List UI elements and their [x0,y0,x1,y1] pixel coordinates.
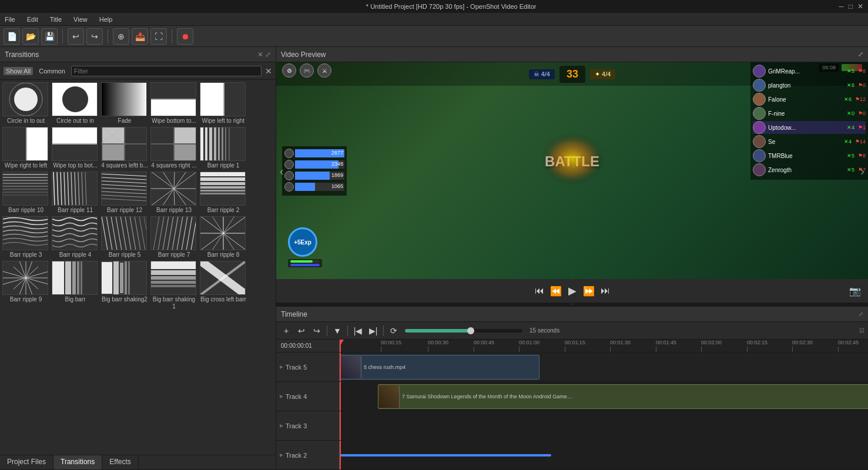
svg-rect-32 [205,127,207,161]
ruler-marks[interactable]: 00:00:15 00:00:30 00:00:45 00:01:00 00:0… [340,340,868,352]
menu-help[interactable]: Help [97,16,115,23]
transition-barr-5[interactable]: Barr ripple 5 [101,216,148,258]
transition-label: Big barr shaking2 [101,296,148,303]
svg-rect-82 [200,172,245,176]
filter-input[interactable] [71,66,262,76]
score-val: 2677 [331,150,343,156]
exp-circle: +5Exp [288,227,317,257]
filter-close-icon[interactable]: ✕ [265,66,272,76]
svg-rect-138 [72,261,76,295]
clip-samurai[interactable]: 7 Samurai Shodown Legends of the Month o… [378,384,868,409]
track-5-label: Track 5 [286,364,307,371]
minimize-button[interactable]: ─ [839,2,844,11]
transition-4sq-left[interactable]: 4 squares leftt b... [101,127,148,169]
track-label-5: Track 5 [276,352,340,381]
player-row-plangton: plangton ✕6⚑0 [753,79,866,92]
menu-title[interactable]: Title [48,16,64,23]
transition-big-barr-shaking2[interactable]: Big barr shaking2 [101,261,148,310]
transition-barr-8[interactable]: Barr ripple 8 [200,216,247,258]
new-button[interactable]: 📄 [4,28,20,45]
fullscreen-button[interactable]: ⛶ [150,28,167,45]
undo-timeline-button[interactable]: ↩ [295,324,308,337]
transition-wipe-left[interactable]: Wipe left to right [200,82,247,125]
save-button[interactable]: 💾 [41,28,58,45]
transition-wipe-bottom[interactable]: Wipe bottom to... [150,82,197,125]
transition-circle-in[interactable]: Circle in to out [2,82,49,125]
transitions-grid: Circle in to out Circle out to in [0,80,276,455]
tab-project-files[interactable]: Project Files [0,455,53,469]
transition-fade[interactable]: Fade [101,82,148,125]
transition-big-barr[interactable]: Big barr [52,261,99,310]
next-frame-button[interactable]: ⏩ [581,283,597,299]
transition-barr-3[interactable]: Barr ripple 3 [2,216,49,258]
play-button[interactable]: ▶ [564,283,581,299]
timeline-zoom-handle[interactable] [467,327,474,334]
import-button[interactable]: ⊕ [113,28,129,45]
transition-barr-9[interactable]: Barr ripple 9 [2,261,49,310]
filter-timeline-button[interactable]: ▼ [331,324,344,337]
goto-start-button[interactable]: |◀ [351,324,364,337]
svg-rect-87 [200,193,245,194]
main-layout: Transitions ✕ ⤢ Show All Common ✕ C [0,47,868,470]
score-board: 2677 2348 1869 [282,146,347,196]
redo-timeline-button[interactable]: ↪ [310,324,323,337]
record-button[interactable]: ⏺ [177,28,193,45]
ruler-tick: 00:01:30 [610,340,631,345]
transition-big-cross[interactable]: Big cross left barr [200,261,247,310]
nav-left-arrow[interactable]: ‹ [280,164,284,177]
track-2-bar [340,454,551,456]
clip-chess-rush[interactable]: 5 chess rush.mp4 [340,355,539,380]
menu-view[interactable]: View [71,16,90,23]
undo-button[interactable]: ↩ [68,28,84,45]
score-row-4: 1065 [284,182,344,192]
timeline-zoom-bar[interactable] [405,329,522,333]
transition-barr-ripple-1[interactable]: Barr ripple 1 [200,127,247,169]
tab-transitions[interactable]: Transitions [53,455,102,469]
close-button[interactable]: ✕ [857,2,863,11]
redo-button[interactable]: ↪ [86,28,103,45]
preview-expand[interactable]: ⤢ [858,51,863,58]
transition-barr-4[interactable]: Barr ripple 4 [52,216,99,258]
transition-label: Circle out to in [52,118,99,125]
add-track-button[interactable]: + [280,324,293,337]
skip-start-button[interactable]: ⏮ [531,283,548,299]
menu-file[interactable]: File [2,16,18,23]
timeline-expand[interactable]: ⤢ [859,311,863,317]
transition-big-barr-shaking1[interactable]: Big barr shaking 1 [150,261,197,310]
maximize-button[interactable]: □ [849,2,853,11]
nav-right-arrow[interactable]: › [860,164,864,177]
player-row-tmrblue: TMRBlue ✕5⚑8 [753,149,866,162]
svg-rect-36 [222,127,223,161]
menu-edit[interactable]: Edit [25,16,41,23]
transition-barr-7[interactable]: Barr ripple 7 [150,216,197,258]
resize-handle[interactable] [276,303,868,306]
player-stats: ✕5⚑8 [847,68,866,74]
skip-end-button[interactable]: ⏭ [597,283,614,299]
screenshot-button[interactable]: 📷 [849,286,861,297]
transition-wipe-top[interactable]: Wipe top to bot... [52,127,99,169]
transitions-close[interactable]: ✕ ⤢ [257,51,271,59]
transition-label: Wipe bottom to... [150,118,197,125]
export-button[interactable]: 📤 [132,28,148,45]
transition-barr-11[interactable]: Barr ripple 11 [52,172,99,214]
goto-end-button[interactable]: ▶| [367,324,380,337]
transition-barr-13[interactable]: Barr ripple 13 [150,172,197,214]
transition-label: Circle in to out [2,118,49,125]
open-button[interactable]: 📂 [22,28,39,45]
transition-label: Wipe top to bot... [52,162,99,169]
transition-barr-12[interactable]: Barr ripple 12 [101,172,148,214]
show-all-button[interactable]: Show All [4,67,33,75]
kills-icon: ☠ 4/4 [529,69,555,79]
common-button[interactable]: Common [36,67,68,75]
transition-wipe-right[interactable]: Wipe right to left [2,127,49,169]
player-avatar [753,79,766,92]
prev-frame-button[interactable]: ⏪ [548,283,564,299]
transition-barr-10[interactable]: Barr ripple 10 [2,172,49,214]
transition-barr-2[interactable]: Barr ripple 2 [200,172,247,214]
player-avatar [753,149,766,162]
tab-effects[interactable]: Effects [102,455,138,469]
loop-button[interactable]: ⟳ [387,324,400,337]
game-icon-2: 🎮 [300,63,314,78]
transition-circle-out[interactable]: Circle out to in [52,82,99,125]
transition-4sq-right[interactable]: 4 squares right ... [150,127,197,169]
